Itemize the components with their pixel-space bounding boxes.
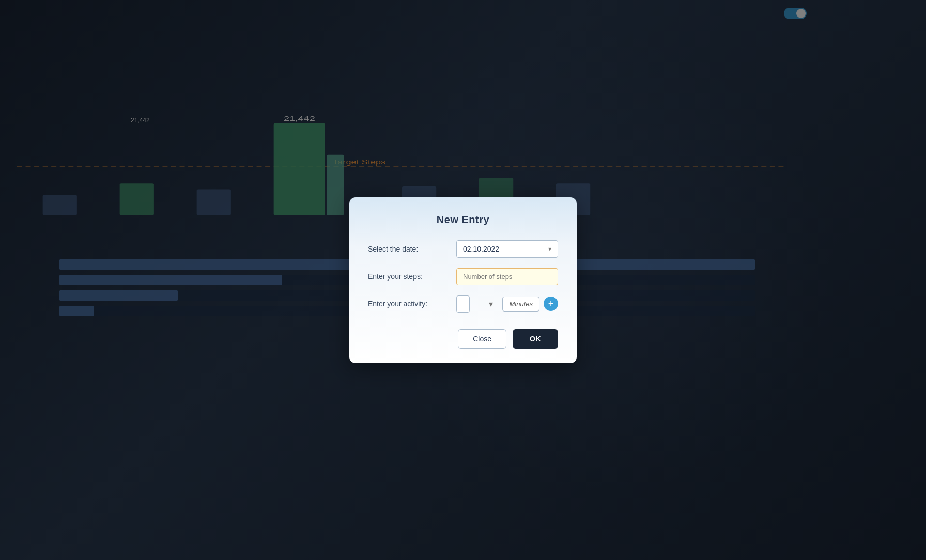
steps-input[interactable] [456, 268, 558, 285]
modal-footer: Close OK [368, 329, 558, 349]
activity-row: Enter your activity: Minutes + [368, 295, 558, 313]
ok-button[interactable]: OK [513, 329, 558, 349]
activity-controls: Minutes + [456, 295, 558, 313]
modal-title: New Entry [368, 214, 558, 226]
date-picker[interactable]: 02.10.2022 ▾ [456, 240, 558, 258]
date-label: Select the date: [368, 245, 448, 253]
steps-row: Enter your steps: [368, 268, 558, 285]
activity-select-wrapper [456, 295, 498, 313]
date-row: Select the date: 02.10.2022 ▾ [368, 240, 558, 258]
main-container: OVERVIEW Light Mode Dark Mode 👤 STEP2 Ne… [0, 0, 926, 560]
new-entry-modal: New Entry Select the date: 02.10.2022 ▾ … [349, 197, 577, 363]
activity-label: Enter your activity: [368, 300, 448, 308]
date-value: 02.10.2022 [463, 245, 499, 253]
chevron-down-icon: ▾ [548, 245, 551, 253]
modal-overlay[interactable]: New Entry Select the date: 02.10.2022 ▾ … [0, 0, 926, 560]
close-button[interactable]: Close [458, 329, 506, 349]
activity-select[interactable] [456, 295, 470, 313]
add-activity-button[interactable]: + [544, 297, 558, 311]
steps-label: Enter your steps: [368, 272, 448, 281]
minutes-badge: Minutes [502, 297, 539, 312]
